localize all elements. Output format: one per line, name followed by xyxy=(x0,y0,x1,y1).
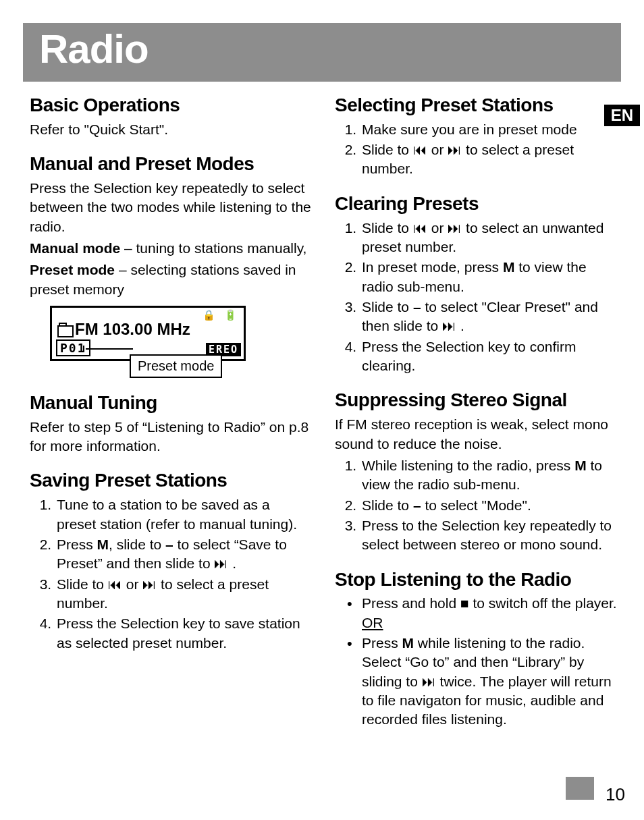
text-stereo-intro: If FM stereo reception is weak, select m… xyxy=(335,415,617,454)
list-suppressing-stereo: While listening to the radio, press M to… xyxy=(335,456,617,555)
m-key: M xyxy=(503,259,515,275)
prev-icon: ⏮ xyxy=(413,142,427,157)
heading-selecting-presets: Selecting Preset Stations xyxy=(335,95,617,116)
list-item: Press M, slide to – to select “Save to P… xyxy=(55,535,312,574)
list-item: In preset mode, press M to view the radi… xyxy=(360,258,617,296)
heading-modes: Manual and Preset Modes xyxy=(30,154,312,175)
heading-suppressing-stereo: Suppressing Stereo Signal xyxy=(335,390,617,411)
page-title: Radio xyxy=(39,26,605,72)
lcd-preset-number: P01 xyxy=(56,339,90,356)
folder-icon xyxy=(57,323,71,335)
list-item: Slide to – to select "Clear Preset" and … xyxy=(360,298,617,336)
heading-manual-tuning: Manual Tuning xyxy=(30,393,312,414)
list-selecting-presets: Make sure you are in preset mode Slide t… xyxy=(335,120,617,179)
heading-saving-presets: Saving Preset Stations xyxy=(30,470,312,491)
right-column: Selecting Preset Stations Make sure you … xyxy=(335,91,617,731)
m-key: M xyxy=(97,537,109,552)
header-bar: Radio xyxy=(23,23,621,82)
language-badge: EN xyxy=(604,105,640,126)
list-item: Slide to ⏮ or ⏭ to select a preset numbe… xyxy=(360,140,617,179)
next-icon: ⏭ xyxy=(214,555,228,571)
list-item: Press and hold ■ to switch off the playe… xyxy=(360,594,617,632)
text-preset-mode: Preset mode – selecting stations saved i… xyxy=(30,261,312,299)
list-item: While listening to the radio, press M to… xyxy=(360,456,617,495)
list-clearing-presets: Slide to ⏮ or ⏭ to select an unwanted pr… xyxy=(335,219,617,376)
lcd-diagram: 🔒 🔋 FM 103.00 MHz P01 EREO Preset mode xyxy=(50,306,312,378)
list-item: Tune to a station to be saved as a prese… xyxy=(55,495,312,534)
content-columns: Basic Operations Refer to "Quick Start".… xyxy=(23,91,621,731)
list-item: Slide to ⏮ or ⏭ to select an unwanted pr… xyxy=(360,219,617,257)
list-item: Make sure you are in preset mode xyxy=(360,120,617,139)
next-icon: ⏭ xyxy=(448,142,462,157)
list-stop-listening: Press and hold ■ to switch off the playe… xyxy=(335,594,617,729)
label-preset-mode: Preset mode xyxy=(30,262,115,277)
next-icon: ⏭ xyxy=(422,674,436,689)
list-item: Press M while listening to the radio. Se… xyxy=(360,634,617,730)
text-manual-mode: Manual mode – tuning to stations manuall… xyxy=(30,239,312,258)
prev-icon: ⏮ xyxy=(108,576,122,592)
list-item: Press the Selection key to save station … xyxy=(55,614,312,653)
list-item: Slide to – to select "Mode". xyxy=(360,496,617,515)
prev-icon: ⏮ xyxy=(413,220,427,236)
lcd-frequency: FM 103.00 MHz xyxy=(75,320,190,339)
list-saving-presets: Tune to a station to be saved as a prese… xyxy=(30,495,312,653)
text-manual-tuning: Refer to step 5 of “Listening to Radio” … xyxy=(30,418,312,456)
left-column: Basic Operations Refer to "Quick Start".… xyxy=(30,91,312,731)
or-label: OR xyxy=(362,615,383,630)
text-modes-intro: Press the Selection key repeatedly to se… xyxy=(30,179,312,236)
next-icon: ⏭ xyxy=(142,576,157,592)
next-icon: ⏭ xyxy=(442,318,456,333)
m-key: M xyxy=(402,635,414,651)
label-manual-mode: Manual mode xyxy=(30,240,120,256)
m-key: M xyxy=(574,458,587,473)
manual-page: Radio EN Basic Operations Refer to "Quic… xyxy=(0,0,644,820)
lcd-callout-label: Preset mode xyxy=(130,354,222,378)
list-item: Slide to ⏮ or ⏭ to select a preset numbe… xyxy=(55,575,312,613)
next-icon: ⏭ xyxy=(448,220,462,236)
page-number: 10 xyxy=(606,784,625,805)
heading-clearing-presets: Clearing Presets xyxy=(335,194,617,215)
heading-basic-operations: Basic Operations xyxy=(30,95,312,116)
lcd-status-icons: 🔒 🔋 xyxy=(203,309,238,321)
heading-stop-listening: Stop Listening to the Radio xyxy=(335,570,617,591)
list-item: Press the Selection key to confirm clear… xyxy=(360,337,617,376)
list-item: Press to the Selection key repeatedly to… xyxy=(360,516,617,555)
text-basic: Refer to "Quick Start". xyxy=(30,120,312,139)
page-tab xyxy=(566,777,594,800)
lcd-screen: 🔒 🔋 FM 103.00 MHz P01 EREO xyxy=(50,306,246,361)
stop-icon: ■ xyxy=(460,595,469,611)
